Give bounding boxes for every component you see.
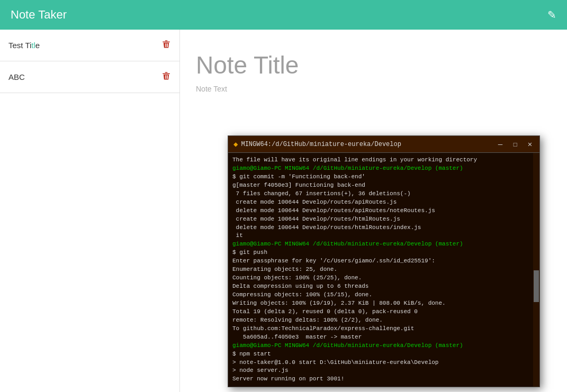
terminal-maximize-button[interactable]: ☐ bbox=[511, 140, 519, 149]
terminal-title-label: MINGW64:/d/GitHub/miniature-eureka/Devel… bbox=[241, 141, 401, 148]
terminal-line-30: Server now running on port 3001! bbox=[232, 375, 529, 384]
sidebar-item-1[interactable]: ABC bbox=[0, 61, 179, 93]
terminal-line-5: 7 files changed, 67 insertions(+), 36 de… bbox=[232, 190, 529, 198]
terminal-line-7: delete mode 100644 Develop/routes/apiRou… bbox=[232, 207, 529, 215]
terminal-minimize-button[interactable]: — bbox=[496, 140, 505, 149]
edit-icon[interactable]: ✎ bbox=[547, 8, 556, 21]
content-area: Note Title Note Text ◆ MINGW64:/d/GitHub… bbox=[180, 30, 567, 392]
terminal-line-12: $ git push bbox=[232, 249, 529, 257]
delete-button-1[interactable] bbox=[161, 71, 171, 83]
app-header: Note Taker ✎ bbox=[0, 0, 567, 30]
delete-button-0[interactable] bbox=[161, 39, 171, 51]
terminal-line-16: Delta compression using up to 6 threads bbox=[232, 282, 529, 291]
terminal-line-3: $ git commit -m 'Functioning back-end' bbox=[232, 173, 529, 181]
sidebar-item-0[interactable]: Test Title bbox=[0, 30, 179, 61]
terminal-body-wrapper: The file will have its original line end… bbox=[228, 153, 539, 387]
sidebar-item-label-0: Test Title bbox=[8, 41, 40, 50]
terminal-line-20: remote: Resolving deltas: 100% (2/2), do… bbox=[232, 316, 529, 325]
terminal-scrollbar[interactable] bbox=[533, 153, 539, 387]
terminal-line-18: Writing objects: 100% (19/19), 2.37 KiB … bbox=[232, 299, 529, 308]
terminal-titlebar-left: ◆ MINGW64:/d/GitHub/miniature-eureka/Dev… bbox=[233, 140, 401, 149]
terminal-line-19: Total 19 (delta 2), reused 0 (delta 0), … bbox=[232, 308, 529, 316]
terminal-line-13: Enter passphrase for key '/c/Users/giamo… bbox=[232, 257, 529, 266]
note-title: Note Title bbox=[196, 51, 551, 79]
terminal-controls: — ☐ ✕ bbox=[496, 140, 534, 149]
terminal-line-14: Enumerating objects: 25, done. bbox=[232, 266, 529, 274]
terminal-titlebar: ◆ MINGW64:/d/GitHub/miniature-eureka/Dev… bbox=[228, 136, 539, 153]
terminal-line-8: create mode 100644 Develop/routes/htmlRo… bbox=[232, 215, 529, 224]
terminal-diamond-icon: ◆ bbox=[233, 140, 238, 149]
terminal-line-22: 5a605ad..f4050e3 master -> master bbox=[232, 333, 529, 342]
sidebar: Test TitleABC bbox=[0, 30, 180, 392]
sidebar-item-label-1: ABC bbox=[8, 72, 25, 81]
terminal-close-button[interactable]: ✕ bbox=[526, 140, 534, 149]
terminal-line-27: > note-taker@1.0.0 start D:\GitHub\minia… bbox=[232, 359, 529, 367]
terminal-line-15: Counting objects: 100% (25/25), done. bbox=[232, 274, 529, 282]
terminal-line-6: create mode 100644 Develop/routes/apiRou… bbox=[232, 198, 529, 207]
terminal-scrollbar-thumb[interactable] bbox=[534, 270, 539, 302]
main-layout: Test TitleABC Note Title Note Text ◆ MIN… bbox=[0, 30, 567, 392]
terminal-line-24: giamo@Giamo-PC MINGW64 /d/GitHub/miniatu… bbox=[232, 342, 529, 350]
note-text: Note Text bbox=[196, 85, 551, 93]
terminal-line-10: it bbox=[232, 232, 529, 240]
terminal-line-21: To github.com:TechnicalParadox/express-c… bbox=[232, 325, 529, 333]
terminal-line-0: The file will have its original line end… bbox=[232, 156, 529, 165]
terminal-line-28: > node server.js bbox=[232, 367, 529, 375]
terminal-line-11: giamo@Giamo-PC MINGW64 /d/GitHub/miniatu… bbox=[232, 240, 529, 249]
terminal-line-4: g[master f4050e3] Functioning back-end bbox=[232, 181, 529, 190]
terminal-body[interactable]: The file will have its original line end… bbox=[228, 153, 533, 387]
terminal-line-9: delete mode 100644 Develop/routes/htmlRo… bbox=[232, 224, 529, 232]
terminal-line-17: Compressing objects: 100% (15/15), done. bbox=[232, 291, 529, 299]
terminal-line-2: giamo@Giamo-PC MINGW64 /d/GitHub/miniatu… bbox=[232, 165, 529, 173]
app-title: Note Taker bbox=[11, 8, 67, 22]
terminal-window: ◆ MINGW64:/d/GitHub/miniature-eureka/Dev… bbox=[228, 135, 540, 387]
terminal-line-25: $ npm start bbox=[232, 350, 529, 359]
